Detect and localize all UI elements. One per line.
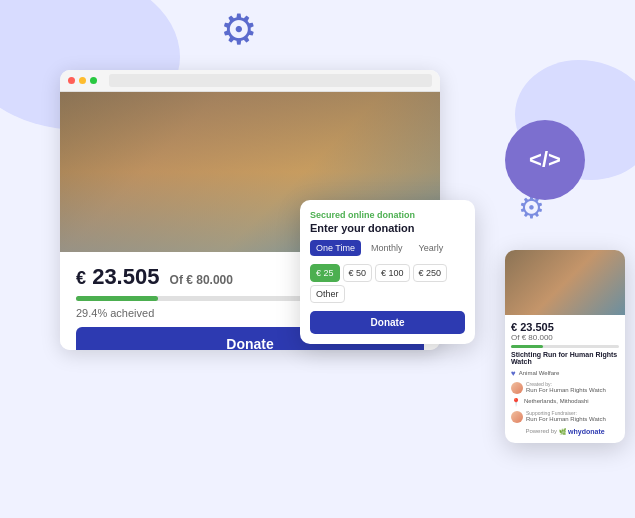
right-whydonate-text: whydonate [568, 428, 605, 435]
modal-donate-button[interactable]: Donate [310, 311, 465, 334]
right-panel-image [505, 250, 625, 315]
amount-pills: € 25 € 50 € 100 € 250 Other [310, 264, 465, 303]
modal-title: Enter your donation [310, 222, 465, 234]
browser-dot-yellow [79, 77, 86, 84]
secured-label: Secured online donation [310, 210, 465, 220]
fundraiser-avatar [511, 411, 523, 423]
code-icon: </> [529, 147, 561, 173]
frequency-tabs: One Time Monthly Yearly [310, 240, 465, 256]
location-text: Netherlands, Mithodashi [524, 398, 589, 406]
currency-symbol: € [76, 268, 86, 288]
browser-dot-red [68, 77, 75, 84]
right-progress-bar [511, 345, 619, 348]
right-of: Of € 80.000 [511, 333, 619, 342]
code-badge: </> [505, 120, 585, 200]
creator-name: Run For Human Rights Watch [526, 387, 606, 395]
browser-dot-green [90, 77, 97, 84]
right-info-fundraiser: Supporting Fundraiser: Run For Human Rig… [511, 410, 619, 424]
right-powered-by: Powered by 🌿 whydonate [511, 428, 619, 437]
amount-50[interactable]: € 50 [343, 264, 373, 282]
donation-value: 23.505 [92, 264, 159, 289]
amount-100[interactable]: € 100 [375, 264, 410, 282]
donation-modal: Secured online donation Enter your donat… [300, 200, 475, 344]
heart-icon: ♥ [511, 369, 516, 378]
right-progress-fill [511, 345, 543, 348]
browser-url-bar [109, 74, 432, 87]
tab-yearly[interactable]: Yearly [413, 240, 450, 256]
progress-bar-fill [76, 296, 158, 301]
animal-label: Animal Welfare [519, 370, 560, 378]
right-amount: € 23.505 [511, 321, 619, 333]
amount-25[interactable]: € 25 [310, 264, 340, 282]
donation-of: Of € 80.000 [170, 273, 233, 287]
right-leaf-icon: 🌿 [559, 428, 566, 435]
right-info-location: 📍 Netherlands, Mithodashi [511, 398, 619, 407]
right-panel-body: € 23.505 Of € 80.000 Stichting Run for H… [505, 315, 625, 443]
amount-other[interactable]: Other [310, 285, 345, 303]
right-panel-title: Stichting Run for Human Rights Watch [511, 351, 619, 365]
right-powered-label: Powered by [525, 428, 557, 434]
gear-icon-top: ⚙ [220, 5, 258, 54]
location-icon: 📍 [511, 398, 521, 407]
right-info-panel: € 23.505 Of € 80.000 Stichting Run for H… [505, 250, 625, 443]
browser-bar [60, 70, 440, 92]
fundraiser-name: Run For Human Rights Watch [526, 416, 606, 424]
right-info-animal: ♥ Animal Welfare [511, 369, 619, 378]
creator-avatar [511, 382, 523, 394]
tab-one-time[interactable]: One Time [310, 240, 361, 256]
donation-display: € 23.505 Of € 80.000 [76, 264, 233, 289]
right-info-created: Created by: Run For Human Rights Watch [511, 381, 619, 395]
amount-250[interactable]: € 250 [413, 264, 448, 282]
tab-monthly[interactable]: Monthly [365, 240, 409, 256]
